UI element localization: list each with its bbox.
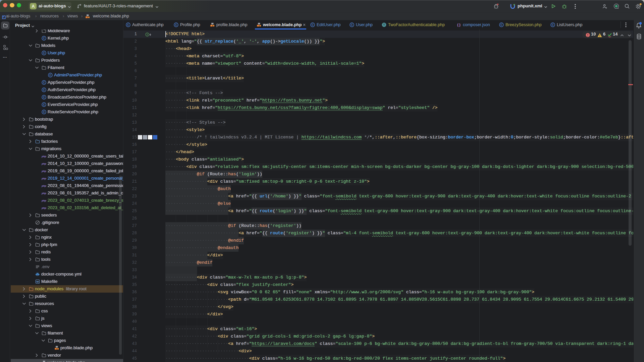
- svg-text:C: C: [43, 103, 45, 106]
- svg-text:{ }: { }: [457, 23, 461, 27]
- svg-text:C: C: [43, 96, 45, 99]
- svg-text:C: C: [49, 73, 51, 77]
- svg-text:M: M: [37, 280, 39, 283]
- svg-text:C: C: [500, 23, 502, 26]
- svg-text:php: php: [41, 170, 46, 173]
- svg-text:C: C: [43, 51, 45, 55]
- svg-text:C: C: [552, 23, 554, 26]
- svg-text:php: php: [41, 155, 46, 158]
- svg-text:php: php: [41, 206, 46, 209]
- svg-text:php: php: [41, 192, 46, 195]
- svg-text:C: C: [127, 23, 129, 26]
- svg-text:C: C: [351, 23, 353, 26]
- svg-text:php: php: [41, 184, 46, 187]
- svg-text:C: C: [43, 88, 45, 92]
- svg-text:php: php: [41, 162, 46, 165]
- svg-text:php: php: [41, 177, 46, 180]
- svg-text:C: C: [43, 37, 45, 40]
- svg-text:C: C: [312, 23, 314, 26]
- svg-text:php: php: [41, 199, 46, 202]
- svg-text:T: T: [383, 23, 385, 26]
- svg-text:C: C: [43, 81, 45, 84]
- svg-text:C: C: [43, 110, 45, 114]
- svg-text:C: C: [175, 23, 177, 26]
